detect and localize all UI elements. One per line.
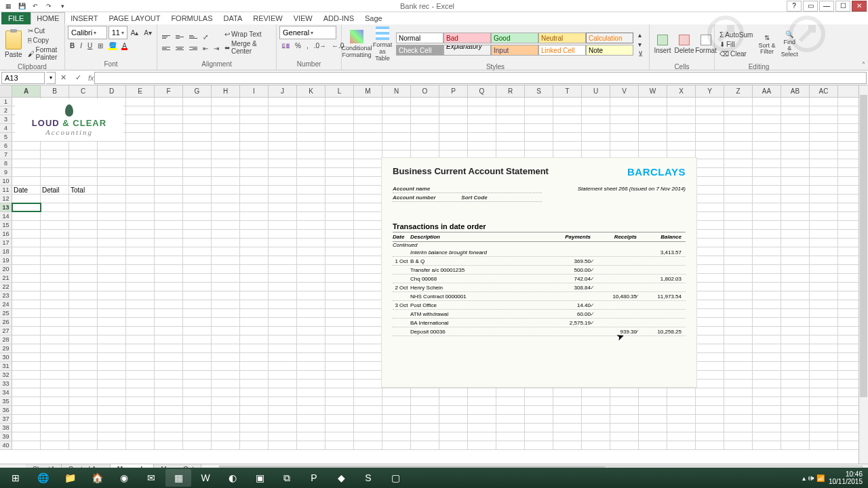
- cell-M40[interactable]: [354, 441, 382, 449]
- row-header-9[interactable]: 9: [0, 168, 12, 176]
- cell-I2[interactable]: [240, 106, 269, 115]
- cell-S4[interactable]: [525, 124, 553, 132]
- cell-K31[interactable]: [297, 362, 326, 370]
- col-header-A[interactable]: A: [12, 85, 41, 97]
- cell-AA14[interactable]: [753, 212, 781, 220]
- cell-AC32[interactable]: [810, 371, 838, 379]
- cell-V34[interactable]: [610, 388, 639, 396]
- cell-F8[interactable]: [155, 159, 183, 167]
- cell-F31[interactable]: [155, 362, 183, 370]
- cell-I9[interactable]: [240, 168, 269, 176]
- cell-D38[interactable]: [98, 424, 126, 432]
- cell-AC18[interactable]: [810, 247, 838, 256]
- cell-H19[interactable]: [212, 256, 240, 264]
- start-button[interactable]: ⊞: [3, 469, 28, 487]
- row-header-18[interactable]: 18: [0, 247, 12, 256]
- cell-J5[interactable]: [269, 133, 297, 141]
- cell-E26[interactable]: [126, 318, 155, 326]
- cell-E37[interactable]: [126, 415, 155, 423]
- cell-E24[interactable]: [126, 300, 155, 308]
- cell-B20[interactable]: [41, 265, 69, 273]
- cell-AC29[interactable]: [810, 344, 838, 352]
- cell-F19[interactable]: [155, 256, 183, 264]
- cell-L27[interactable]: [326, 327, 354, 335]
- row-header-15[interactable]: 15: [0, 221, 12, 229]
- styles-scroll-up[interactable]: ▴: [636, 30, 645, 39]
- cell-I33[interactable]: [240, 380, 269, 388]
- cell-N1[interactable]: [382, 98, 411, 106]
- cell-Y38[interactable]: [696, 424, 724, 432]
- cell-K6[interactable]: [297, 142, 326, 150]
- cell-R39[interactable]: [496, 432, 525, 441]
- cell-T1[interactable]: [553, 98, 582, 106]
- cell-I15[interactable]: [240, 221, 269, 229]
- cell-AA17[interactable]: [753, 239, 781, 247]
- cell-V35[interactable]: [610, 397, 639, 405]
- cell-AB24[interactable]: [781, 300, 810, 308]
- cell-AA8[interactable]: [753, 159, 781, 167]
- help-icon[interactable]: ?: [787, 1, 802, 12]
- cell-I3[interactable]: [240, 115, 269, 123]
- cell-G17[interactable]: [183, 239, 212, 247]
- minimize-button[interactable]: —: [819, 1, 834, 12]
- cell-B36[interactable]: [41, 406, 69, 414]
- cell-S36[interactable]: [525, 406, 553, 414]
- cell-C6[interactable]: [69, 142, 98, 150]
- cell-Y1[interactable]: [696, 98, 724, 106]
- row-header-37[interactable]: 37: [0, 415, 12, 423]
- cell-O5[interactable]: [411, 133, 439, 141]
- cell-C25[interactable]: [69, 309, 98, 317]
- cell-K38[interactable]: [297, 424, 326, 432]
- cell-R2[interactable]: [496, 106, 525, 115]
- percent-button[interactable]: %: [293, 41, 303, 50]
- cell-AB21[interactable]: [781, 274, 810, 282]
- cell-L31[interactable]: [326, 362, 354, 370]
- cell-AA3[interactable]: [753, 115, 781, 123]
- cell-AA18[interactable]: [753, 247, 781, 256]
- cell-Q5[interactable]: [468, 133, 496, 141]
- cell-E39[interactable]: [126, 432, 155, 441]
- taskbar-app7-icon[interactable]: ▢: [382, 469, 408, 487]
- cell-I5[interactable]: [240, 133, 269, 141]
- cell-AC25[interactable]: [810, 309, 838, 317]
- style-linked-cell[interactable]: Linked Cell: [538, 45, 586, 56]
- cell-M7[interactable]: [354, 150, 382, 159]
- col-header-Z[interactable]: Z: [724, 85, 753, 97]
- cell-L16[interactable]: [326, 230, 354, 238]
- cell-M39[interactable]: [354, 432, 382, 441]
- cell-M34[interactable]: [354, 388, 382, 396]
- cell-D40[interactable]: [98, 441, 126, 449]
- font-size-select[interactable]: 11: [108, 26, 127, 39]
- cell-E2[interactable]: [126, 106, 155, 115]
- col-header-F[interactable]: F: [155, 85, 183, 97]
- cell-F23[interactable]: [155, 291, 183, 300]
- cell-K8[interactable]: [297, 159, 326, 167]
- cell-P36[interactable]: [439, 406, 468, 414]
- cell-AB28[interactable]: [781, 336, 810, 344]
- cell-X5[interactable]: [667, 133, 696, 141]
- cell-J1[interactable]: [269, 98, 297, 106]
- cell-G30[interactable]: [183, 353, 212, 361]
- cell-I25[interactable]: [240, 309, 269, 317]
- cell-C22[interactable]: [69, 283, 98, 291]
- cancel-formula-button[interactable]: ✕: [57, 72, 69, 84]
- cell-K17[interactable]: [297, 239, 326, 247]
- cell-C28[interactable]: [69, 336, 98, 344]
- cell-K30[interactable]: [297, 353, 326, 361]
- cell-O35[interactable]: [411, 397, 439, 405]
- cell-F25[interactable]: [155, 309, 183, 317]
- cell-AB13[interactable]: [781, 203, 810, 211]
- cell-L15[interactable]: [326, 221, 354, 229]
- cell-AC17[interactable]: [810, 239, 838, 247]
- cell-E7[interactable]: [126, 150, 155, 159]
- align-top-button[interactable]: [160, 32, 172, 43]
- cell-I36[interactable]: [240, 406, 269, 414]
- cell-AC28[interactable]: [810, 336, 838, 344]
- cell-O6[interactable]: [411, 142, 439, 150]
- taskbar-excel-icon[interactable]: ▦: [165, 469, 191, 487]
- cell-U35[interactable]: [582, 397, 610, 405]
- col-header-C[interactable]: C: [69, 85, 98, 97]
- cell-F7[interactable]: [155, 150, 183, 159]
- cell-AA12[interactable]: [753, 195, 781, 203]
- cell-D29[interactable]: [98, 344, 126, 352]
